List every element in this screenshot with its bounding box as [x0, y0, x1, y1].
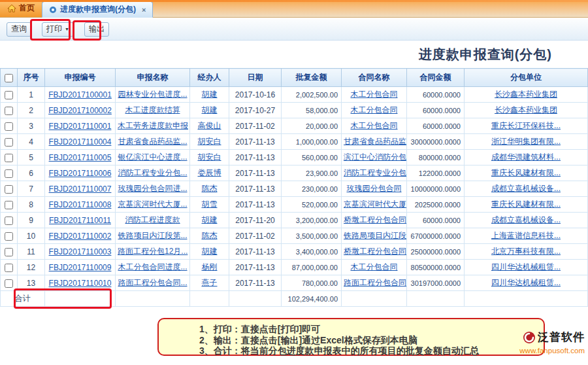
contract-link[interactable]: 木工分包合同 [351, 262, 398, 271]
name-link[interactable]: 路面工程分包12月... [118, 247, 188, 256]
name-link[interactable]: 木工进度款结算 [125, 105, 180, 114]
subcontractor-link[interactable]: 成都立嘉机械设备... [491, 215, 561, 224]
row-checkbox[interactable] [5, 232, 13, 241]
subcontractor-link[interactable]: 长沙鑫本药业集团 [495, 90, 557, 99]
contract-link[interactable]: 木工分包合同 [351, 121, 398, 130]
tab-progress-query[interactable]: 进度款申报查询(分包) × [42, 1, 153, 18]
row-checkbox[interactable] [5, 248, 13, 256]
code-link[interactable]: FBJD2017110007 [49, 184, 112, 194]
subcontractor-link[interactable]: 重庆长风建材有限... [491, 168, 561, 177]
handler-link[interactable]: 燕子 [202, 278, 218, 287]
row-checkbox[interactable] [5, 122, 13, 131]
handler-link[interactable]: 陈杰 [202, 184, 218, 193]
row-checkbox[interactable] [5, 201, 13, 209]
subcontractor-link[interactable]: 四川华达机械租赁... [491, 278, 561, 287]
contract-link[interactable]: 铁路局项目内江段... [344, 231, 407, 240]
row-checkbox[interactable] [5, 91, 13, 99]
check-cell [1, 150, 18, 165]
row-checkbox[interactable] [5, 154, 13, 162]
handler-link[interactable]: 胡建 [202, 105, 218, 114]
subcontractor-link[interactable]: 成都立嘉机械设备... [491, 184, 561, 193]
code-link[interactable]: FBJD2017110008 [49, 200, 112, 209]
code-cell: FBJD2017110005 [45, 150, 116, 165]
handler-link[interactable]: 娄辰博 [198, 168, 221, 177]
contract-link[interactable]: 京基滨河时代大厦... [344, 200, 407, 209]
export-button-label: 输出 [89, 24, 105, 35]
index-cell: 7 [18, 181, 45, 197]
contract-link[interactable]: 木工分包合同 [351, 105, 398, 114]
contract-link[interactable]: 甘肃省食品药品监... [344, 137, 407, 146]
handler-link[interactable]: 胡安白 [198, 152, 221, 162]
export-button[interactable]: 输出 [84, 22, 109, 37]
handler-link[interactable]: 陈杰 [202, 231, 218, 240]
code-link[interactable]: FBJD2017110010 [49, 279, 112, 288]
contract-link[interactable]: 滨江中心消防分包... [344, 152, 407, 162]
subcontractor-cell: 长沙鑫本药业集团 [465, 87, 588, 103]
name-link[interactable]: 木工劳务进度款申报 [118, 121, 188, 130]
row-checkbox[interactable] [5, 107, 13, 115]
name-link[interactable]: 甘肃省食品药品监... [118, 137, 187, 146]
select-all-checkbox[interactable] [5, 74, 13, 82]
query-button[interactable]: 查询 [7, 22, 31, 37]
column-header-contract_amount: 合同金额 [407, 69, 465, 87]
code-link[interactable]: FBJD2017100002 [48, 106, 112, 115]
index-cell: 12 [18, 260, 45, 275]
subcontractor-link[interactable]: 成都华强建筑材料... [491, 152, 561, 162]
code-link[interactable]: FBJD2017110009 [49, 263, 112, 272]
handler-link[interactable]: 胡安白 [198, 137, 221, 146]
row-checkbox[interactable] [5, 279, 13, 288]
name-link[interactable]: 铁路项目内江段第... [118, 231, 187, 240]
name-link[interactable]: 路面工程分包合同... [118, 278, 187, 287]
subcontractor-link[interactable]: 长沙鑫本药业集团 [495, 105, 557, 114]
table-head-row: 序号申报编号申报名称经办人日期批复金额合同名称合同金额分包单位 [1, 69, 588, 87]
handler-link[interactable]: 胡建 [202, 215, 218, 224]
code-link[interactable]: FBJD2017110003 [49, 247, 112, 256]
code-link[interactable]: FBJD2017100001 [48, 90, 112, 99]
subcontractor-link[interactable]: 上海蓝谱信息科技... [491, 231, 561, 240]
tab-close-icon[interactable]: × [142, 6, 146, 14]
code-link[interactable]: FBJD2017110004 [49, 137, 112, 147]
subcontractor-cell: 浙江华明集团有限... [465, 134, 588, 150]
name-link[interactable]: 玫瑰园分包合同进... [118, 184, 187, 193]
name-link[interactable]: 消防工程专业分包... [118, 168, 187, 177]
tab-home[interactable]: 首页 [0, 0, 42, 17]
code-link[interactable]: FBJD2017110005 [49, 153, 112, 162]
subcontractor-link[interactable]: 重庆长江环保科技... [491, 121, 561, 130]
handler-link[interactable]: 胡雪 [202, 200, 218, 209]
subcontractor-link[interactable]: 重庆长风建材有限... [491, 200, 561, 209]
contract-link[interactable]: 玫瑰园分包合同 [347, 184, 402, 193]
contract_amount-cell: 30000000.0000 [407, 134, 465, 150]
name-cell: 木工进度款结算 [116, 103, 190, 118]
code-link[interactable]: FBJD2017110011 [49, 216, 111, 225]
contract-link[interactable]: 桥墩工程分包合同 [344, 215, 406, 224]
name-link[interactable]: 京基滨河时代大厦... [118, 200, 187, 209]
name-link[interactable]: 银亿滨江中心进度... [118, 152, 187, 162]
subcontractor-link[interactable]: 北京万事科技有限... [491, 247, 561, 256]
check-cell [1, 134, 18, 150]
handler-link[interactable]: 胡建 [202, 247, 218, 256]
name-link[interactable]: 消防工程进度款 [125, 215, 180, 224]
row-checkbox[interactable] [5, 185, 13, 194]
handler-link[interactable]: 胡建 [202, 90, 218, 99]
contract_amount-cell: 25000000.0000 [407, 244, 465, 260]
subcontractor-link[interactable]: 浙江华明集团有限... [491, 137, 561, 146]
print-button[interactable]: 打印 ▼ [42, 22, 74, 37]
name-link[interactable]: 木工分包合同进度... [118, 262, 187, 271]
subcontractor-link[interactable]: 四川华达机械租赁... [491, 262, 561, 271]
code-link[interactable]: FBJD2017110006 [49, 169, 112, 178]
handler-link[interactable]: 高俊山 [198, 121, 221, 130]
code-link[interactable]: FBJD2017110002 [49, 232, 112, 241]
row-checkbox[interactable] [5, 169, 13, 178]
contract-link[interactable]: 木工分包合同 [351, 90, 398, 99]
row-checkbox[interactable] [5, 217, 13, 225]
code-link[interactable]: FBJD2017110001 [49, 122, 112, 131]
name-link[interactable]: 园林专业分包进度... [118, 90, 187, 99]
brand-footer: 泛普软件 www.fanpusoft.com [474, 330, 585, 355]
contract-link[interactable]: 路面工程分包合同 [344, 278, 406, 287]
contract-link[interactable]: 消防工程专业分包... [344, 168, 407, 177]
row-checkbox[interactable] [5, 138, 13, 147]
row-checkbox[interactable] [5, 264, 13, 272]
code-cell: FBJD2017110007 [45, 181, 116, 197]
contract-link[interactable]: 桥墩工程分包合同 [344, 247, 406, 256]
handler-link[interactable]: 杨刚 [202, 262, 218, 271]
